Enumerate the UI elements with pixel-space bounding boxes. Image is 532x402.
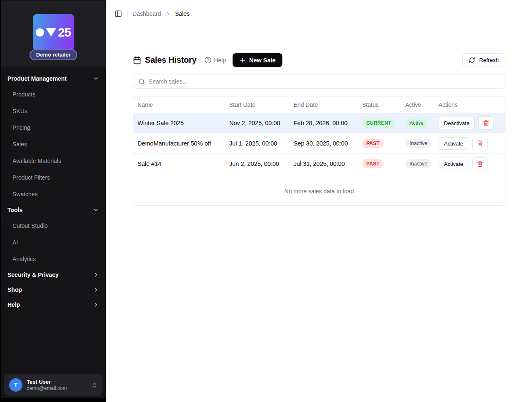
page-header: Sales History Help New Sale Refresh (133, 53, 505, 67)
section-label: Security & Privacy (7, 271, 59, 278)
delete-button[interactable] (472, 157, 488, 170)
sidebar-item-skus[interactable]: SKUs (1, 103, 106, 119)
brand-logo: 25 (33, 14, 74, 51)
divider (127, 10, 127, 17)
cell-end-date: Sep 30, 2025, 00:00 (289, 140, 358, 147)
table-footer-message: No more sales data to load (133, 174, 505, 205)
breadcrumb-sales: Sales (175, 10, 190, 17)
chevron-down-icon (93, 75, 99, 82)
trash-icon (477, 140, 483, 147)
sidebar-section-help[interactable]: Help (1, 297, 106, 312)
delete-button[interactable] (478, 116, 494, 130)
cell-sale-name: Winter Sale 2025 (133, 120, 225, 126)
column-header-end-date: End Date (289, 101, 358, 108)
sidebar-item-available-materials[interactable]: Available Materials (1, 153, 106, 169)
cell-sale-name: Sale #14 (133, 160, 225, 167)
sidebar-item-product-filters[interactable]: Product Filters (1, 169, 106, 186)
sidebar-section-product-management[interactable]: Product Management (1, 71, 106, 86)
chevron-right-icon (93, 301, 99, 308)
help-link[interactable]: Help (204, 57, 226, 64)
active-badge: Inactive (405, 159, 431, 168)
deactivate-button[interactable]: Deactivate (439, 117, 475, 129)
sidebar-section-security-privacy[interactable]: Security & Privacy (1, 267, 106, 282)
column-header-status: Status (358, 101, 401, 108)
chevron-right-icon (93, 286, 99, 293)
column-header-start-date: Start Date (225, 101, 289, 108)
new-sale-button[interactable]: New Sale (233, 53, 282, 67)
sidebar-footer: T Test User demo@email.com (1, 371, 106, 398)
table-row: Sale #14 Jun 2, 2025, 00:00 Jul 31, 2025… (133, 154, 505, 174)
sidebar-section-shop[interactable]: Shop (1, 282, 106, 297)
chevron-right-icon (93, 271, 99, 278)
logo-number: 25 (58, 26, 71, 39)
section-label: Product Management (7, 75, 66, 82)
cell-start-date: Jul 1, 2025, 00:00 (225, 140, 289, 147)
sidebar-item-analytics[interactable]: Analytics (1, 251, 106, 267)
help-label: Help (214, 57, 226, 64)
cell-start-date: Nov 2, 2025, 00:00 (225, 120, 289, 126)
column-header-active: Active (401, 101, 434, 108)
sales-table: Name Start Date End Date Status Active A… (133, 96, 505, 206)
cell-end-date: Feb 28, 2026, 00:00 (289, 120, 358, 126)
main-content: Dashboard Sales Sales History Help (106, 0, 532, 402)
breadcrumb: Dashboard Sales (132, 10, 190, 17)
app-window: 25 Demo retailer Product Management Prod… (0, 0, 532, 402)
user-info: Test User demo@email.com (27, 379, 67, 391)
column-header-name: Name (133, 101, 225, 108)
column-header-actions: Actions (434, 101, 505, 108)
search-input[interactable] (149, 78, 500, 85)
table-header-row: Name Start Date End Date Status Active A… (133, 96, 505, 113)
sidebar-item-products[interactable]: Products (1, 86, 106, 103)
section-label: Shop (7, 286, 22, 293)
panel-left-icon (115, 10, 122, 17)
active-badge: Inactive (405, 139, 431, 148)
search-box (133, 74, 505, 89)
user-menu[interactable]: T Test User demo@email.com (4, 374, 103, 396)
calendar-icon (133, 56, 141, 64)
table-row: Winter Sale 2025 Nov 2, 2025, 00:00 Feb … (133, 113, 505, 133)
cell-start-date: Jun 2, 2025, 00:00 (225, 160, 289, 167)
active-badge: Active (405, 118, 428, 128)
page-title: Sales History (145, 55, 196, 65)
sidebar-section-tools[interactable]: Tools (1, 202, 106, 217)
user-name: Test User (27, 379, 67, 385)
sidebar-item-pricing[interactable]: Pricing (1, 119, 106, 136)
sidebar-item-swatches[interactable]: Swatches (1, 186, 106, 202)
sidebar-item-sales[interactable]: Sales (1, 136, 106, 153)
user-email: demo@email.com (27, 385, 67, 391)
logo-triangle-icon (46, 28, 56, 37)
sidebar-item-ai[interactable]: AI (1, 234, 106, 251)
retailer-badge: Demo retailer (29, 49, 77, 60)
section-label: Help (7, 301, 20, 308)
sidebar-item-cutout-studio[interactable]: Cutout Studio (1, 217, 106, 234)
avatar: T (9, 378, 22, 392)
chevron-right-icon (165, 11, 171, 17)
status-badge: PAST (362, 139, 384, 148)
table-row: DemoManufacturer 50% off Jul 1, 2025, 00… (133, 133, 505, 154)
refresh-icon (469, 57, 475, 63)
refresh-button[interactable]: Refresh (462, 53, 505, 67)
trash-icon (483, 120, 489, 126)
refresh-label: Refresh (479, 57, 499, 63)
trash-icon (477, 160, 483, 167)
cell-sale-name: DemoManufacturer 50% off (133, 140, 225, 147)
topbar: Dashboard Sales (106, 0, 532, 18)
status-badge: CURRENT (362, 118, 395, 128)
activate-button[interactable]: Activate (439, 137, 468, 150)
section-label: Tools (7, 207, 22, 213)
sidebar-header: 25 Demo retailer (1, 0, 106, 67)
logo-circle-icon (36, 28, 44, 37)
activate-button[interactable]: Activate (439, 158, 468, 170)
plus-icon (239, 57, 246, 64)
delete-button[interactable] (472, 137, 488, 150)
sales-page: Sales History Help New Sale Refresh (106, 18, 532, 206)
search-icon (138, 78, 145, 85)
cell-end-date: Jul 31, 2025, 00:00 (289, 160, 358, 167)
sidebar-nav: Product Management Products SKUs Pricing… (1, 67, 106, 371)
sidebar-toggle-button[interactable] (115, 10, 122, 17)
sidebar: 25 Demo retailer Product Management Prod… (0, 0, 106, 402)
new-sale-label: New Sale (249, 57, 276, 64)
chevrons-up-down-icon (91, 382, 98, 388)
status-badge: PAST (362, 159, 384, 168)
breadcrumb-dashboard[interactable]: Dashboard (132, 10, 161, 17)
